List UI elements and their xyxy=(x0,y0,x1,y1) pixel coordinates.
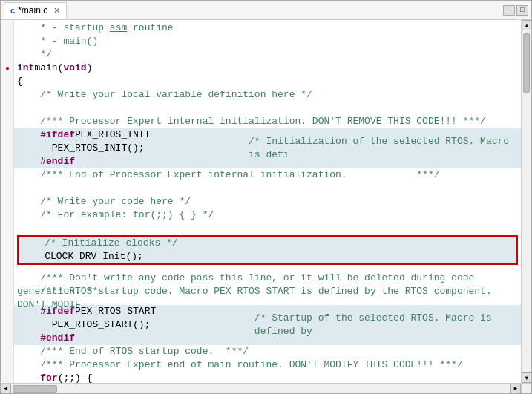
scroll-right-button[interactable]: ► xyxy=(510,384,521,394)
code-line: * - startup asm routine xyxy=(14,22,521,35)
window-controls: — □ xyxy=(503,5,528,16)
maximize-button[interactable]: □ xyxy=(516,5,528,16)
tab-close-button[interactable]: ✕ xyxy=(53,6,60,16)
code-line: for(;;) { xyxy=(14,372,521,383)
code-line: CLOCK_DRV_Init(); xyxy=(19,250,516,263)
code-line: /*** Processor Expert end of main routin… xyxy=(14,358,521,372)
title-bar: c *main.c ✕ — □ xyxy=(1,1,531,20)
scroll-thumb-v[interactable] xyxy=(523,33,530,93)
editor-window: c *main.c ✕ — □ ● * - startup asm routin… xyxy=(0,0,532,394)
breakpoint-indicator: ● xyxy=(1,62,14,75)
code-line: /*** End of Processor Expert internal in… xyxy=(14,168,521,182)
editor-container: ● * - startup asm routine * - main() */ xyxy=(1,20,531,383)
code-area[interactable]: * - startup asm routine * - main() */ in… xyxy=(14,20,521,383)
editor-tab[interactable]: c *main.c ✕ xyxy=(4,2,67,19)
code-line: */ xyxy=(14,48,521,62)
code-line: * - main() xyxy=(14,35,521,48)
code-line: PEX_RTOS_INIT(); /* Initialization of th… xyxy=(14,142,521,155)
tab-label: *main.c xyxy=(18,5,47,16)
horizontal-scrollbar[interactable]: ◄ ► xyxy=(1,383,521,393)
code-line: /* Write your code here */ xyxy=(14,195,521,209)
scroll-up-button[interactable]: ▲ xyxy=(522,20,531,30)
highlighted-code-block: /* Initialize clocks */ CLOCK_DRV_Init()… xyxy=(17,235,518,265)
file-type-icon: c xyxy=(10,6,15,15)
code-line: /*** End of RTOS startup code. ***/ xyxy=(14,345,521,358)
editor-gutter: ● xyxy=(1,20,14,383)
scroll-thumb-h[interactable] xyxy=(13,385,57,393)
code-line: { xyxy=(14,75,521,88)
code-line: /*** Processor Expert internal initializ… xyxy=(14,115,521,128)
code-line: /* Write your local variable definition … xyxy=(14,88,521,102)
code-line xyxy=(14,182,521,195)
code-line: /* For example: for(;;) { } */ xyxy=(14,209,521,222)
code-line: int main(void) xyxy=(14,62,521,75)
code-line xyxy=(14,222,521,235)
code-line: /* Initialize clocks */ xyxy=(19,237,516,250)
scrollbar-corner xyxy=(521,383,531,393)
minimize-button[interactable]: — xyxy=(503,5,515,16)
code-line xyxy=(14,102,521,115)
scroll-down-button[interactable]: ▼ xyxy=(522,372,531,383)
vertical-scrollbar[interactable]: ▲ ▼ xyxy=(521,20,531,383)
code-line: PEX_RTOS_START(); /* Startup of the sele… xyxy=(14,318,521,332)
bottom-row: ◄ ► xyxy=(1,383,531,393)
scroll-left-button[interactable]: ◄ xyxy=(1,384,11,394)
code-line: /*** RTOS startup code. Macro PEX_RTOS_S… xyxy=(14,292,521,305)
